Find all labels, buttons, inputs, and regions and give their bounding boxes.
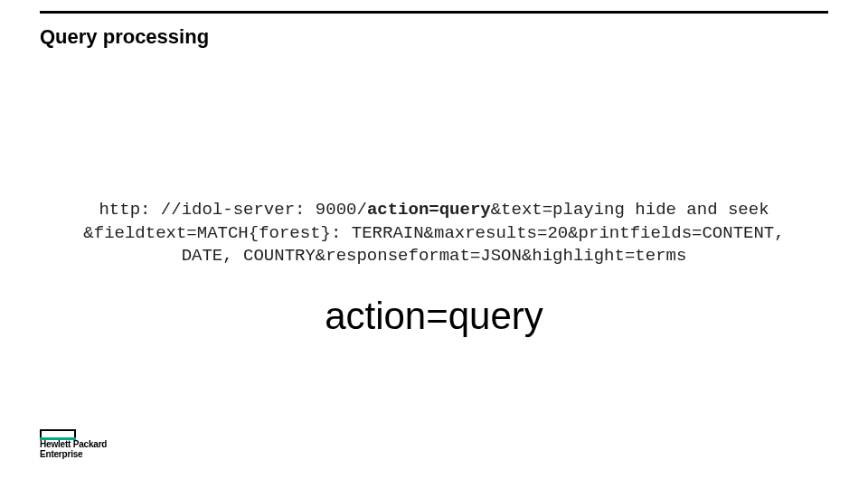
top-divider	[40, 11, 828, 14]
url-line-3: DATE, COUNTRY&responseformat=JSON&highli…	[40, 245, 828, 268]
hpe-logo-text: Hewlett Packard Enterprise	[40, 440, 107, 459]
url-prefix: http: //idol-server: 9000/	[99, 200, 366, 220]
hpe-logo-text-line1: Hewlett Packard	[40, 440, 107, 450]
action-heading: action=query	[0, 295, 868, 338]
url-line-2: &fieldtext=MATCH{forest}: TERRAIN&maxres…	[40, 222, 828, 246]
url-action-bold: action=query	[367, 200, 491, 220]
url-rest-line1: &text=playing hide and seek	[491, 200, 769, 220]
page-title: Query processing	[40, 25, 209, 49]
hpe-logo-text-line2: Enterprise	[40, 450, 107, 460]
url-line-1: http: //idol-server: 9000/action=query&t…	[40, 199, 828, 222]
query-url-block: http: //idol-server: 9000/action=query&t…	[40, 199, 828, 268]
hpe-logo-mark	[40, 429, 76, 440]
hpe-logo: Hewlett Packard Enterprise	[40, 429, 107, 459]
